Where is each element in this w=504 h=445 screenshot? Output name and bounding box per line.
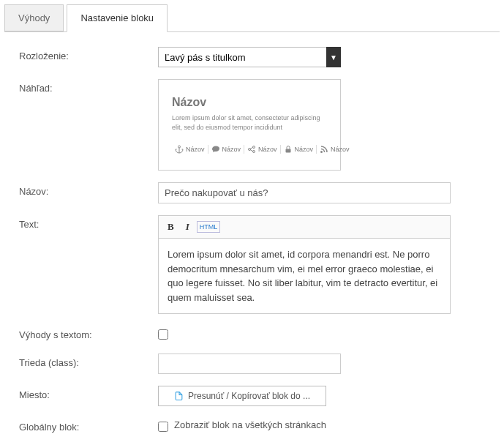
svg-line-5 [250, 148, 253, 149]
benefits-text-checkbox[interactable] [158, 329, 168, 340]
lock-icon [284, 145, 293, 154]
preview-item-label: Názov [295, 146, 314, 153]
svg-line-6 [250, 150, 253, 152]
label-benefits-text: Výhody s textom: [19, 326, 158, 340]
label-place: Miesto: [19, 386, 158, 400]
tab-block-settings[interactable]: Nastavenie bloku [67, 4, 168, 32]
svg-point-3 [253, 146, 255, 149]
svg-point-0 [178, 146, 181, 148]
label-preview: Náhľad: [19, 79, 158, 94]
italic-button[interactable]: I [181, 219, 194, 235]
svg-point-8 [321, 152, 323, 153]
label-global-block: Globálny blok: [19, 418, 158, 433]
move-button-label: Presunúť / Kopírovať blok do ... [188, 391, 310, 401]
preview-item-label: Názov [258, 146, 277, 153]
preview-item-label: Názov [186, 146, 205, 153]
preview-box: Názov Lorem ipsum dolor sit amet, consec… [158, 79, 341, 171]
preview-items: Názov Názov Názov Názov [172, 145, 327, 154]
preview-item: Názov [172, 145, 208, 154]
share-icon [247, 145, 256, 154]
label-class: Trieda (class): [19, 354, 158, 368]
chat-icon [211, 145, 220, 154]
editor-toolbar: B I HTML [159, 216, 450, 239]
preview-item-label: Názov [331, 146, 350, 153]
preview-item: Názov [281, 145, 317, 154]
label-title: Názov: [19, 182, 158, 197]
svg-rect-7 [285, 149, 290, 153]
label-layout: Rozloženie: [19, 47, 158, 61]
layout-select-wrap: Ľavý pás s titulkom ▼ [158, 47, 341, 67]
layout-select[interactable]: Ľavý pás s titulkom [158, 47, 341, 67]
class-input[interactable] [158, 354, 341, 374]
editor-content[interactable]: Lorem ipsum dolor sit amet, id corpora m… [159, 239, 450, 313]
move-copy-button[interactable]: Presunúť / Kopírovať blok do ... [158, 386, 326, 406]
tab-benefits[interactable]: Výhody [4, 4, 64, 31]
title-input[interactable] [158, 182, 451, 203]
preview-item: Názov [208, 145, 245, 154]
preview-lorem: Lorem ipsum dolor sit amet, consectetur … [172, 113, 327, 132]
preview-item-label: Názov [222, 146, 241, 153]
bold-button[interactable]: B [163, 219, 178, 235]
text-editor: B I HTML Lorem ipsum dolor sit amet, id … [158, 215, 451, 314]
global-block-checkbox-label: Zobraziť blok na všetkých stránkach [174, 419, 326, 430]
anchor-icon [175, 145, 184, 154]
preview-title: Názov [172, 96, 327, 109]
preview-item: Názov [317, 145, 353, 154]
html-button[interactable]: HTML [197, 221, 221, 233]
tabs-bar: Výhody Nastavenie bloku [4, 4, 500, 32]
file-icon [174, 391, 184, 401]
rss-icon [320, 145, 328, 154]
svg-point-4 [253, 151, 255, 153]
preview-item: Názov [244, 145, 281, 154]
label-text: Text: [19, 215, 158, 230]
global-block-checkbox[interactable] [158, 422, 168, 432]
